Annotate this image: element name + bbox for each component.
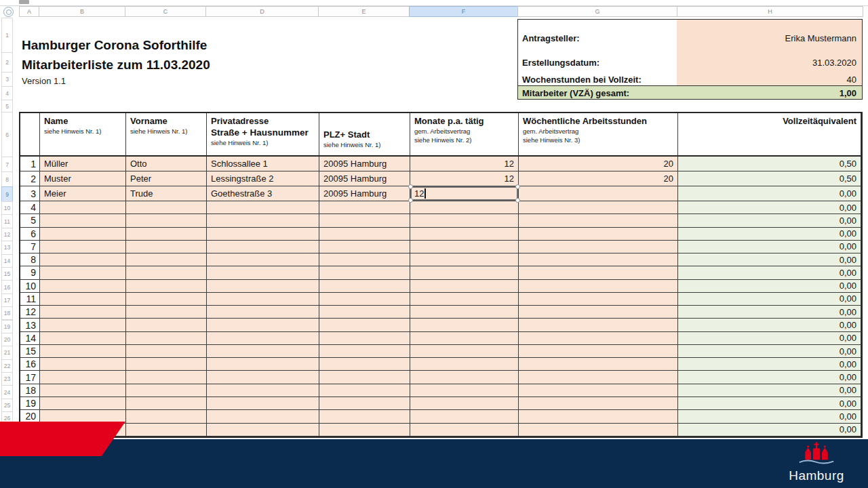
column-header-h[interactable]: H <box>677 6 863 17</box>
antragsteller-value[interactable]: Erika Mustermann <box>785 33 862 43</box>
cell-adresse-row9[interactable] <box>207 266 319 279</box>
cell-stunden-row1[interactable]: 20 <box>519 157 678 171</box>
wochenstunden-value[interactable]: 40 <box>847 75 862 85</box>
erstellungsdatum-value[interactable]: 31.03.2020 <box>812 58 862 68</box>
header-cell-arbeitsstunden[interactable]: Wöchentliche Arbeitsstunden gem. Arbeits… <box>519 113 678 157</box>
cell-stunden-row17[interactable] <box>519 371 678 384</box>
column-header-d[interactable]: D <box>205 6 319 17</box>
cell-vza-row20[interactable]: 0,00 <box>677 410 861 423</box>
cell-plz-row5[interactable] <box>319 214 410 227</box>
cell-name-row16[interactable] <box>40 358 126 371</box>
cell-vza-row15[interactable]: 0,00 <box>677 345 861 358</box>
cell-adresse-row15[interactable] <box>207 345 319 358</box>
cell-vorname-row7[interactable] <box>126 241 207 253</box>
cell-name-row5[interactable] <box>40 214 126 227</box>
cell-adresse-row1[interactable]: Schlossallee 1 <box>207 157 319 171</box>
cell-stunden-row16[interactable] <box>519 358 678 371</box>
cell-vorname-row19[interactable] <box>126 397 207 410</box>
cell-vza-row13[interactable]: 0,00 <box>677 319 861 331</box>
cell-stunden-row14[interactable] <box>519 332 678 345</box>
cell-n-row10[interactable]: 10 <box>20 280 40 293</box>
cell-plz-row18[interactable] <box>319 384 410 397</box>
row-header-18[interactable]: 18 <box>1 306 13 320</box>
header-cell-vorname[interactable]: Vorname siehe Hinweis Nr. 1) <box>126 113 207 157</box>
cell-stunden-row21[interactable] <box>519 424 678 436</box>
cell-vza-row16[interactable]: 0,00 <box>677 358 861 371</box>
selection-handle[interactable] <box>408 184 413 189</box>
cell-vorname-row17[interactable] <box>126 371 207 384</box>
cell-plz-row7[interactable] <box>319 241 410 253</box>
cell-name-row7[interactable] <box>40 241 126 253</box>
info-row-wochenstunden[interactable]: Wochenstunden bei Vollzeit: 40 <box>518 73 862 86</box>
cell-plz-row21[interactable] <box>319 424 410 436</box>
cell-monate-row13[interactable] <box>410 319 519 331</box>
cell-vza-row7[interactable]: 0,00 <box>677 241 861 253</box>
cell-adresse-row16[interactable] <box>207 358 319 371</box>
header-cell-number[interactable] <box>20 113 40 157</box>
cell-stunden-row6[interactable] <box>519 228 678 241</box>
vza-gesamt-value[interactable]: 1,00 <box>840 88 862 98</box>
cell-plz-row2[interactable]: 20095 Hamburg <box>319 171 410 186</box>
cell-n-row11[interactable]: 11 <box>20 293 40 306</box>
cell-monate-row1[interactable]: 12 <box>410 157 519 171</box>
cell-adresse-row5[interactable] <box>207 214 319 227</box>
cell-vorname-row21[interactable] <box>126 424 207 436</box>
cell-vorname-row16[interactable] <box>126 358 207 371</box>
cell-stunden-row11[interactable] <box>519 293 678 306</box>
cell-adresse-row3[interactable]: Goethestraße 3 <box>207 186 319 201</box>
cell-vza-row8[interactable]: 0,00 <box>677 253 861 266</box>
cell-stunden-row7[interactable] <box>519 241 678 253</box>
cell-monate-row4[interactable] <box>410 201 519 214</box>
cell-name-row6[interactable] <box>40 228 126 241</box>
row-header-21[interactable]: 21 <box>1 346 13 359</box>
cell-n-row4[interactable]: 4 <box>20 201 40 214</box>
cell-vza-row21[interactable]: 0,00 <box>677 424 861 436</box>
selection-handle[interactable] <box>515 184 520 189</box>
row-header-12[interactable]: 12 <box>1 228 13 241</box>
cell-vorname-row11[interactable] <box>126 293 207 306</box>
row-header-23[interactable]: 23 <box>1 372 13 386</box>
cell-adresse-row8[interactable] <box>207 253 319 266</box>
column-header-f[interactable]: F <box>409 6 518 17</box>
cell-plz-row11[interactable] <box>319 293 410 306</box>
cell-name-row11[interactable] <box>40 293 126 306</box>
cell-name-row3[interactable]: Meier <box>40 186 126 201</box>
cell-n-row7[interactable]: 7 <box>20 241 40 253</box>
cell-stunden-row9[interactable] <box>519 266 678 279</box>
cell-monate-row11[interactable] <box>410 293 519 306</box>
cell-name-row18[interactable] <box>40 384 126 397</box>
cell-plz-row10[interactable] <box>319 280 410 293</box>
cell-monate-row9[interactable] <box>410 266 519 279</box>
cell-plz-row8[interactable] <box>319 253 410 266</box>
cell-monate-row5[interactable] <box>410 214 519 227</box>
cell-n-row17[interactable]: 17 <box>20 371 40 384</box>
row-header-24[interactable]: 24 <box>1 385 13 399</box>
cell-name-row1[interactable]: Müller <box>40 157 126 171</box>
cell-n-row15[interactable]: 15 <box>20 345 40 358</box>
cell-monate-row12[interactable] <box>410 306 519 319</box>
cell-monate-row6[interactable] <box>410 228 519 241</box>
cell-adresse-row11[interactable] <box>207 293 319 306</box>
cell-adresse-row14[interactable] <box>207 332 319 345</box>
cell-vza-row1[interactable]: 0,50 <box>677 157 861 171</box>
cell-n-row5[interactable]: 5 <box>20 214 40 227</box>
header-cell-privatadresse[interactable]: Privatadresse Straße + Hausnummer siehe … <box>207 113 319 157</box>
cell-monate-row10[interactable] <box>410 280 519 293</box>
cell-vza-row10[interactable]: 0,00 <box>677 280 861 293</box>
cell-monate-row21[interactable] <box>410 424 519 436</box>
cell-vza-row14[interactable]: 0,00 <box>677 332 861 345</box>
cell-vorname-row14[interactable] <box>126 332 207 345</box>
cell-plz-row19[interactable] <box>319 397 410 410</box>
info-row-erstellungsdatum[interactable]: Erstellungsdatum: 31.03.2020 <box>518 56 862 69</box>
cell-n-row6[interactable]: 6 <box>20 228 40 241</box>
cell-vorname-row12[interactable] <box>126 306 207 319</box>
cell-name-row13[interactable] <box>40 319 126 331</box>
cell-stunden-row2[interactable]: 20 <box>519 171 678 186</box>
row-header-7[interactable]: 7 <box>1 157 13 172</box>
selection-handle[interactable] <box>408 198 413 203</box>
cell-name-row19[interactable] <box>40 397 126 410</box>
cell-n-row19[interactable]: 19 <box>20 397 40 410</box>
row-header-14[interactable]: 14 <box>1 254 13 268</box>
cell-adresse-row18[interactable] <box>207 384 319 397</box>
cell-n-row13[interactable]: 13 <box>20 319 40 331</box>
